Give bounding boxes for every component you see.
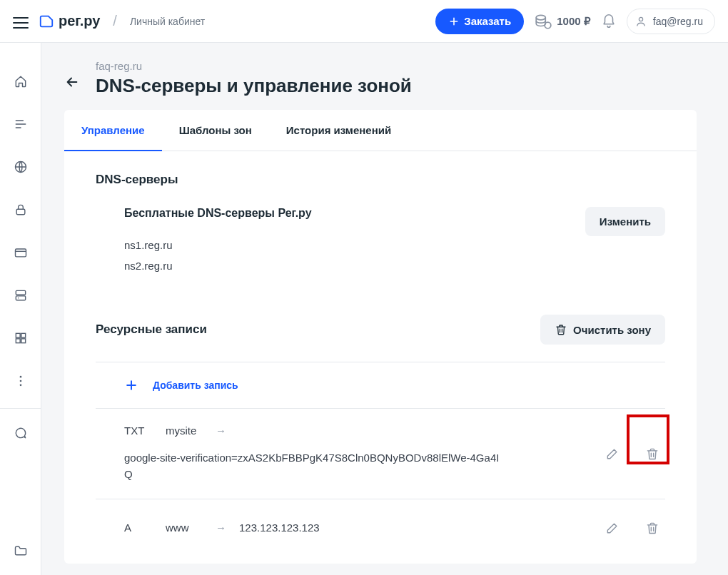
nav-grid-icon[interactable]	[6, 324, 35, 352]
trash-icon	[555, 323, 567, 336]
delete-record-button[interactable]	[639, 515, 665, 541]
user-icon	[635, 15, 647, 28]
clear-zone-label: Очистить зону	[573, 324, 651, 336]
dns-server-item: ns1.reg.ru	[124, 235, 312, 256]
nav-server-icon[interactable]	[6, 281, 35, 310]
user-menu[interactable]: faq@reg.ru	[627, 9, 715, 34]
svg-rect-9	[16, 333, 20, 337]
nav-globe-icon[interactable]	[6, 153, 35, 181]
plus-icon	[124, 378, 138, 392]
records-section-title: Ресурсные записи	[96, 322, 207, 337]
tabs: Управление Шаблоны зон История изменений	[64, 110, 697, 151]
tab-history[interactable]: История изменений	[269, 110, 408, 151]
svg-point-2	[639, 17, 642, 21]
pencil-icon	[605, 521, 620, 535]
clear-zone-button[interactable]: Очистить зону	[540, 315, 665, 345]
main-card: Управление Шаблоны зон История изменений…	[64, 110, 697, 564]
trash-icon	[645, 521, 659, 535]
tab-templates[interactable]: Шаблоны зон	[162, 110, 269, 151]
svg-rect-11	[16, 339, 20, 343]
svg-rect-5	[15, 249, 26, 257]
breadcrumb-sep: /	[113, 13, 117, 29]
edit-record-button[interactable]	[600, 515, 625, 541]
svg-point-14	[19, 380, 21, 382]
arrow-icon: →	[216, 424, 226, 437]
add-record-label: Добавить запись	[153, 380, 238, 391]
bell-icon[interactable]	[601, 14, 617, 29]
dns-subtitle: Бесплатные DNS-серверы Рег.ру	[124, 207, 312, 220]
record-row: A www → 123.123.123.123	[96, 499, 665, 556]
domain-label: faq-reg.ru	[96, 60, 412, 72]
svg-point-13	[19, 376, 21, 378]
dns-server-list: ns1.reg.ru ns2.reg.ru	[124, 235, 312, 276]
edit-record-button[interactable]	[600, 441, 625, 467]
nav-home-icon[interactable]	[6, 67, 35, 96]
order-label: Заказать	[464, 15, 511, 27]
record-value: google-site-verification=zxAS2KbFBBPgK47…	[124, 449, 502, 483]
nav-more-icon[interactable]	[6, 367, 35, 395]
dns-section-title: DNS-серверы	[96, 173, 665, 187]
svg-rect-4	[16, 209, 25, 215]
tab-manage[interactable]: Управление	[64, 110, 162, 151]
breadcrumb[interactable]: Личный кабинет	[130, 16, 205, 27]
left-nav	[0, 43, 41, 575]
svg-rect-12	[21, 339, 25, 343]
svg-rect-10	[21, 333, 25, 337]
nav-card-icon[interactable]	[6, 238, 35, 267]
logo[interactable]: рег.ру	[39, 13, 100, 29]
arrow-icon: →	[216, 521, 226, 534]
svg-rect-6	[16, 290, 25, 295]
svg-point-1	[545, 22, 551, 29]
user-email: faq@reg.ru	[653, 16, 703, 27]
logo-text: рег.ру	[59, 13, 100, 29]
dns-server-item: ns2.reg.ru	[124, 256, 312, 277]
record-type: A	[124, 521, 153, 534]
svg-point-15	[19, 385, 21, 387]
record-row: TXT mysite → google-site-verification=zx…	[96, 409, 665, 499]
content: faq-reg.ru DNS-серверы и управление зоно…	[41, 43, 728, 575]
balance-amount: 1000 ₽	[557, 15, 591, 28]
nav-chat-icon[interactable]	[6, 419, 35, 447]
menu-icon[interactable]	[13, 14, 29, 29]
coins-icon	[534, 12, 552, 31]
record-name: mysite	[166, 424, 203, 437]
balance[interactable]: 1000 ₽	[534, 12, 591, 31]
svg-rect-7	[16, 296, 25, 300]
pencil-icon	[605, 447, 620, 461]
change-dns-button[interactable]: Изменить	[585, 207, 665, 236]
nav-lock-icon[interactable]	[6, 195, 35, 224]
delete-record-button[interactable]	[639, 441, 665, 467]
trash-icon	[645, 447, 659, 461]
order-button[interactable]: Заказать	[435, 9, 524, 34]
nav-folder-icon[interactable]	[6, 536, 35, 565]
nav-list-icon[interactable]	[6, 110, 35, 138]
page-title: DNS-серверы и управление зоной	[96, 75, 412, 97]
svg-point-0	[536, 15, 545, 19]
svg-point-8	[17, 297, 19, 299]
back-arrow-icon[interactable]	[64, 74, 80, 90]
add-record-button[interactable]: Добавить запись	[96, 362, 665, 408]
topbar: рег.ру / Личный кабинет Заказать 1000 ₽ …	[0, 0, 728, 43]
record-type: TXT	[124, 424, 153, 437]
record-value: 123.123.123.123	[239, 519, 320, 536]
record-name: www	[166, 521, 203, 534]
plus-icon	[448, 16, 460, 27]
